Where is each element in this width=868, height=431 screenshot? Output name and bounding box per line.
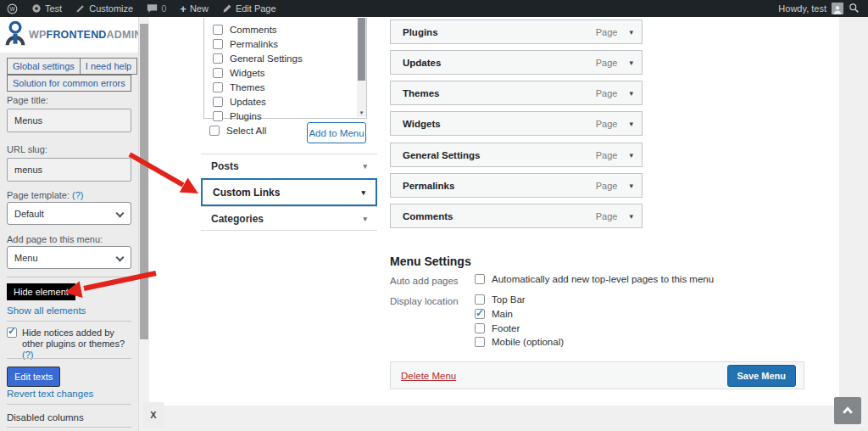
customize-menu[interactable]: Customize: [69, 0, 140, 17]
edit-texts-button[interactable]: Edit texts: [7, 367, 60, 387]
auto-add-pages-label: Auto add pages: [390, 276, 459, 286]
chevron-down-icon[interactable]: ▾: [629, 28, 633, 36]
page-option-row[interactable]: General Settings: [213, 51, 303, 65]
chevron-down-icon[interactable]: ▾: [629, 151, 633, 160]
close-panel-button[interactable]: X: [142, 402, 164, 428]
new-label: New: [190, 3, 209, 14]
wp-frontend-admin-sidebar: WPFRONTENDADMIN Global settings I need h…: [0, 17, 138, 431]
page-option-label: General Settings: [230, 53, 303, 64]
accordion-categories[interactable]: Categories ▾: [201, 206, 377, 231]
select-all-checkbox[interactable]: [209, 126, 220, 136]
location-checkbox[interactable]: [475, 294, 485, 305]
add-page-menu-select[interactable]: Menu: [7, 246, 131, 269]
url-slug-label: URL slug:: [7, 144, 47, 154]
new-menu[interactable]: + New: [173, 0, 215, 17]
pages-list-scrollbar-thumb[interactable]: [358, 18, 365, 81]
sidebar-scrollbar-thumb[interactable]: [140, 24, 148, 339]
howdy-label[interactable]: Howdy, test: [778, 3, 826, 14]
site-icon: [31, 3, 42, 14]
chevron-down-icon[interactable]: ▾: [629, 212, 633, 221]
page-template-select[interactable]: Default: [7, 202, 131, 225]
menu-item[interactable]: Updates Page▾: [390, 50, 643, 75]
menu-item[interactable]: Permalinks Page▾: [390, 173, 643, 198]
menu-item-type: Page: [596, 181, 618, 191]
page-checkbox[interactable]: [213, 39, 223, 49]
location-option[interactable]: Mobile (optional): [475, 337, 564, 347]
menu-item-label: Widgets: [403, 119, 441, 129]
menu-item[interactable]: Widgets Page▾: [390, 111, 643, 136]
auto-add-checkbox[interactable]: [475, 274, 485, 284]
show-all-elements-link[interactable]: Show all elements: [7, 305, 86, 316]
location-option[interactable]: Main: [475, 309, 513, 319]
auto-add-pages-option[interactable]: Automatically add new top-level pages to…: [475, 274, 714, 284]
location-checkbox[interactable]: [475, 323, 485, 333]
page-checkbox[interactable]: [213, 53, 223, 64]
pencil-icon: [222, 3, 232, 14]
scroll-to-top-button[interactable]: [834, 397, 861, 424]
hide-notices-label: Hide notices added by other plugins or t…: [22, 327, 134, 361]
page-option-label: Plugins: [230, 111, 262, 121]
search-icon[interactable]: [849, 3, 860, 15]
chevron-down-icon[interactable]: ▾: [629, 59, 633, 67]
chevron-down-icon[interactable]: ▾: [629, 120, 633, 128]
brush-icon: [75, 3, 86, 14]
accordion-group: Posts ▾ Custom Links ▾ Categories ▾: [201, 154, 377, 231]
page-title-input[interactable]: Menus: [7, 109, 131, 132]
menu-item[interactable]: General Settings Page▾: [390, 143, 643, 167]
menu-item[interactable]: Themes Page▾: [390, 81, 643, 105]
chevron-down-icon[interactable]: ▾: [629, 182, 633, 190]
menu-item-label: Permalinks: [403, 181, 454, 191]
location-option[interactable]: Footer: [475, 323, 520, 333]
admin-bar: W Test Customize 0 + New: [0, 0, 868, 17]
menu-item[interactable]: Comments Page▾: [390, 204, 643, 228]
location-checkbox[interactable]: [475, 309, 485, 319]
page-option-label: Permalinks: [230, 39, 278, 49]
edit-page-menu[interactable]: Edit Page: [215, 0, 283, 17]
chevron-down-icon: ▾: [361, 188, 365, 197]
menu-item[interactable]: Plugins Page▾: [390, 20, 643, 44]
page-checkbox[interactable]: [213, 111, 223, 121]
page-option-row[interactable]: Plugins: [213, 109, 303, 123]
page-option-row[interactable]: Permalinks: [213, 36, 303, 51]
location-checkbox[interactable]: [475, 337, 485, 347]
url-slug-input[interactable]: menus: [7, 158, 131, 182]
scroll-down-arrow-icon[interactable]: ▾: [357, 109, 366, 116]
plugin-logo-text: WPFRONTENDADMIN: [29, 29, 142, 41]
page-option-row[interactable]: Widgets: [213, 65, 303, 80]
page-template-label: Page template: (?): [7, 190, 84, 200]
page-template-help-link[interactable]: (?): [72, 190, 83, 200]
display-location-label: Display location: [390, 296, 459, 306]
page-checkbox[interactable]: [213, 25, 223, 35]
comments-menu[interactable]: 0: [140, 0, 173, 17]
page-option-row[interactable]: Updates: [213, 94, 303, 109]
select-all-row[interactable]: Select All: [209, 126, 266, 136]
page-option-label: Updates: [230, 97, 266, 107]
hide-element-button[interactable]: Hide element: [7, 283, 75, 300]
site-name-menu[interactable]: Test: [25, 0, 69, 17]
plus-icon: +: [180, 3, 186, 15]
location-label: Footer: [492, 323, 520, 333]
location-option[interactable]: Top Bar: [475, 294, 526, 305]
wordpress-menu[interactable]: W: [0, 0, 25, 17]
page-checkbox[interactable]: [213, 97, 223, 107]
sidebar-scrollbar[interactable]: [138, 17, 148, 431]
need-help-button[interactable]: I need help: [80, 58, 137, 75]
delete-menu-link[interactable]: Delete Menu: [401, 371, 456, 381]
location-label: Mobile (optional): [492, 337, 564, 347]
page-checkbox[interactable]: [213, 82, 223, 92]
page-checkbox[interactable]: [213, 68, 223, 78]
hide-notices-checkbox[interactable]: [7, 327, 17, 338]
revert-text-changes-link[interactable]: Revert text changes: [7, 389, 93, 399]
add-to-menu-button[interactable]: Add to Menu: [307, 122, 366, 143]
accordion-posts[interactable]: Posts ▾: [201, 154, 377, 178]
pages-list-scrollbar[interactable]: ▾: [357, 18, 366, 117]
avatar[interactable]: [832, 3, 843, 14]
global-settings-button[interactable]: Global settings: [7, 58, 81, 75]
page-option-row[interactable]: Comments: [213, 22, 303, 36]
page-option-row[interactable]: Themes: [213, 80, 303, 94]
save-menu-button[interactable]: Save Menu: [727, 365, 796, 387]
accordion-custom-links[interactable]: Custom Links ▾: [201, 178, 377, 206]
wordpress-logo-icon: W: [7, 3, 18, 14]
chevron-down-icon[interactable]: ▾: [629, 89, 633, 98]
solution-common-errors-button[interactable]: Solution for common errors: [7, 75, 131, 92]
